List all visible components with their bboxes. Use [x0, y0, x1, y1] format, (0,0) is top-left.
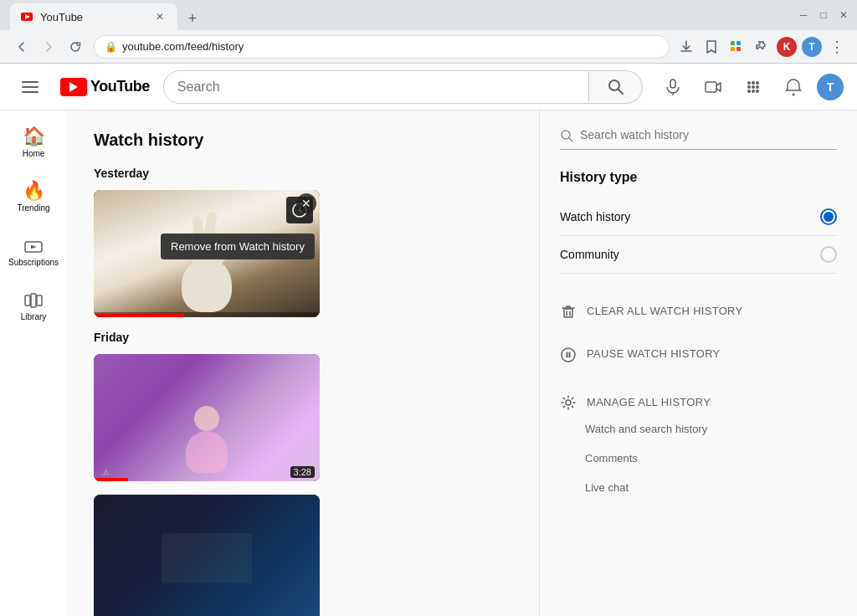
- title-bar: YouTube ✕ + ─ □ ✕: [0, 0, 857, 30]
- svg-point-14: [747, 81, 751, 85]
- video-thumbnail-2[interactable]: 3:28 -A-: [94, 354, 320, 481]
- search-input[interactable]: [163, 70, 589, 104]
- svg-rect-2: [731, 41, 735, 45]
- svg-point-21: [752, 90, 755, 93]
- microphone-button[interactable]: [656, 70, 690, 104]
- manage-link-comments[interactable]: Comments: [585, 449, 837, 468]
- sidebar-trending-label: Trending: [17, 203, 49, 213]
- close-window-button[interactable]: ✕: [837, 8, 850, 22]
- bookmark-button[interactable]: [701, 37, 721, 57]
- back-button[interactable]: [10, 35, 33, 59]
- svg-rect-36: [569, 352, 571, 357]
- svg-point-16: [756, 81, 759, 85]
- apps-grid-button[interactable]: [726, 37, 747, 57]
- search-history-input[interactable]: [580, 128, 837, 141]
- radio-community[interactable]: Community: [560, 236, 837, 274]
- youtube-logo-icon: [60, 78, 87, 96]
- sidebar-item-subscriptions[interactable]: Subscriptions: [3, 226, 64, 277]
- sidebar-item-library[interactable]: Library: [3, 280, 64, 331]
- search-watch-icon: [560, 127, 573, 142]
- forward-button[interactable]: [37, 35, 60, 59]
- youtube-logo-text: YouTube: [90, 78, 150, 95]
- tab-favicon: [20, 10, 33, 23]
- url-text: youtube.com/feed/history: [122, 40, 244, 53]
- sidebar-item-home[interactable]: 🏠 Home: [3, 117, 64, 168]
- pause-history-button[interactable]: PAUSE WATCH HISTORY: [560, 333, 837, 374]
- svg-line-30: [569, 138, 572, 141]
- svg-rect-11: [670, 80, 675, 88]
- tab-title: YouTube: [40, 11, 146, 23]
- menu-dots-button[interactable]: ⋮: [827, 37, 847, 57]
- svg-point-22: [756, 90, 759, 93]
- manage-section: MANAGE ALL HISTORY Watch and search hist…: [560, 382, 837, 497]
- svg-point-19: [756, 85, 759, 89]
- content-area: Watch history Yesterday: [67, 110, 857, 616]
- video-thumbnail-3[interactable]: [94, 495, 320, 616]
- clear-history-button[interactable]: CLEAR ALL WATCH HISTORY: [560, 290, 837, 331]
- user-avatar[interactable]: T: [817, 74, 844, 100]
- svg-rect-7: [22, 86, 38, 88]
- notifications-button[interactable]: [777, 70, 810, 104]
- minimize-button[interactable]: ─: [797, 8, 810, 22]
- manage-link-livechat[interactable]: Live chat: [585, 478, 837, 497]
- active-tab[interactable]: YouTube ✕: [10, 3, 177, 30]
- sidebar-library-label: Library: [21, 312, 47, 321]
- sidebar-item-trending[interactable]: 🔥 Trending: [3, 172, 64, 223]
- radio-watch-history[interactable]: Watch history: [560, 198, 837, 236]
- watch-history-title: Watch history: [94, 131, 519, 150]
- svg-point-37: [566, 400, 571, 405]
- reload-button[interactable]: [64, 35, 87, 59]
- tab-bar: YouTube ✕ +: [7, 0, 797, 30]
- gear-icon: [560, 393, 577, 411]
- trending-icon: 🔥: [23, 182, 45, 200]
- create-video-button[interactable]: [696, 70, 730, 104]
- svg-point-18: [752, 85, 755, 89]
- manage-history-button[interactable]: MANAGE ALL HISTORY: [560, 382, 837, 419]
- hamburger-menu-button[interactable]: [13, 70, 47, 104]
- sidebar-nav: 🏠 Home 🔥 Trending Subscriptions Library: [0, 110, 67, 616]
- search-container: [163, 70, 643, 104]
- video-progress-2: [94, 478, 128, 481]
- remove-video-button-1[interactable]: ✕: [296, 193, 316, 213]
- manage-links: Watch and search history Comments Live c…: [560, 419, 837, 497]
- svg-rect-8: [22, 91, 38, 93]
- main-area: 🏠 Home 🔥 Trending Subscriptions Library: [0, 110, 857, 616]
- profile-t-avatar[interactable]: T: [802, 37, 822, 57]
- radio-watch-history-label: Watch history: [560, 210, 630, 223]
- maximize-button[interactable]: □: [817, 8, 830, 22]
- svg-rect-31: [564, 309, 572, 317]
- profile-k-avatar[interactable]: K: [777, 37, 797, 57]
- video-marker: -A-: [100, 469, 111, 478]
- svg-rect-27: [37, 295, 42, 305]
- library-icon: [24, 290, 43, 309]
- action-buttons: CLEAR ALL WATCH HISTORY PAUSE WATCH HIST…: [560, 290, 837, 375]
- remove-tooltip: Remove from Watch history: [161, 234, 315, 259]
- youtube-logo[interactable]: YouTube: [60, 78, 150, 96]
- svg-point-9: [609, 80, 619, 90]
- browser-window: YouTube ✕ + ─ □ ✕ 🔒 youtube.com/feed/hi: [0, 0, 857, 64]
- section-label-friday: Friday: [94, 331, 519, 344]
- url-bar[interactable]: 🔒 youtube.com/feed/history: [94, 35, 670, 59]
- download-button[interactable]: [676, 37, 696, 57]
- security-icon: 🔒: [105, 41, 117, 53]
- youtube-app: YouTube: [0, 64, 857, 616]
- svg-point-20: [747, 90, 751, 93]
- manage-history-label: MANAGE ALL HISTORY: [587, 396, 711, 408]
- svg-rect-3: [736, 41, 741, 45]
- new-tab-button[interactable]: +: [181, 7, 204, 30]
- svg-rect-4: [731, 47, 735, 51]
- search-watch-history-box: [560, 127, 837, 150]
- search-button[interactable]: [589, 70, 643, 104]
- extension-puzzle-button[interactable]: [752, 37, 772, 57]
- apps-grid-yt-button[interactable]: [736, 70, 770, 104]
- svg-point-34: [562, 348, 575, 362]
- tab-close-button[interactable]: ✕: [152, 9, 167, 24]
- clear-history-label: CLEAR ALL WATCH HISTORY: [587, 305, 743, 317]
- radio-watch-history-circle[interactable]: [820, 208, 837, 225]
- history-right-panel: History type Watch history Community: [539, 110, 857, 616]
- svg-point-15: [752, 81, 755, 85]
- radio-community-circle[interactable]: [820, 246, 837, 263]
- manage-link-watch-search[interactable]: Watch and search history: [585, 419, 837, 439]
- history-type-title: History type: [560, 170, 837, 185]
- radio-community-label: Community: [560, 248, 619, 261]
